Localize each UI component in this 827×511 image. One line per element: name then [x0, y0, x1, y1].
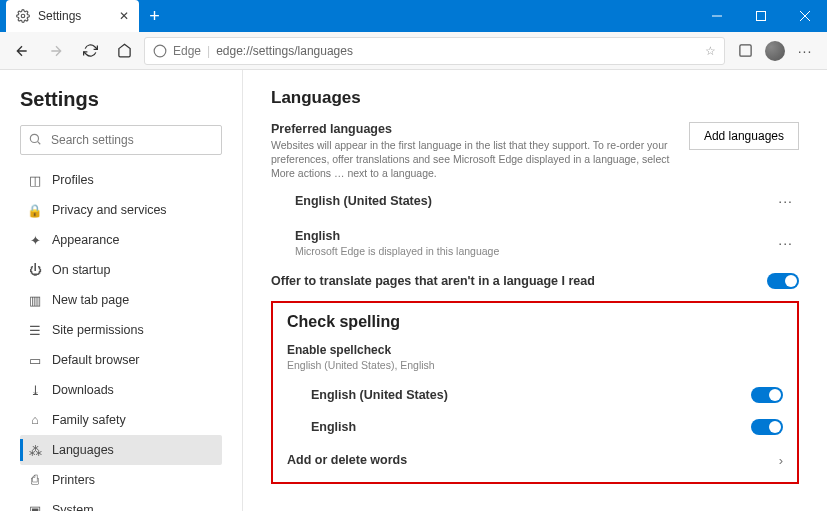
spellcheck-language-toggle[interactable]	[751, 387, 783, 403]
sidebar-item-label: Privacy and services	[52, 203, 167, 217]
search-input[interactable]	[20, 125, 222, 155]
sidebar-item-profiles[interactable]: ◫Profiles	[20, 165, 222, 195]
nav-icon: 🔒	[28, 203, 42, 218]
sidebar-item-languages[interactable]: ⁂Languages	[20, 435, 222, 465]
nav-icon: ⁂	[28, 443, 42, 458]
edge-icon	[153, 44, 167, 58]
sidebar-item-printers[interactable]: ⎙Printers	[20, 465, 222, 495]
address-bar[interactable]: Edge | edge://settings/languages ☆	[144, 37, 725, 65]
tab-close-button[interactable]: ✕	[119, 9, 129, 23]
preferred-languages-title: Preferred languages	[271, 122, 677, 136]
sidebar-item-privacy-and-services[interactable]: 🔒Privacy and services	[20, 195, 222, 225]
sidebar-item-label: Default browser	[52, 353, 140, 367]
forward-button[interactable]	[42, 37, 70, 65]
address-brand: Edge	[173, 44, 201, 58]
sidebar-item-label: New tab page	[52, 293, 129, 307]
language-row: EnglishMicrosoft Edge is displayed in th…	[271, 221, 799, 265]
nav-icon: ▣	[28, 503, 42, 512]
sidebar-item-downloads[interactable]: ⤓Downloads	[20, 375, 222, 405]
nav-icon: ☰	[28, 323, 42, 338]
nav-icon: ✦	[28, 233, 42, 248]
sidebar-item-label: On startup	[52, 263, 110, 277]
nav-icon: ⎙	[28, 473, 42, 487]
sidebar-item-system[interactable]: ▣System	[20, 495, 222, 511]
settings-title: Settings	[20, 88, 222, 111]
enable-spellcheck-note: English (United States), English	[287, 359, 783, 371]
nav-icon: ▭	[28, 353, 42, 368]
sidebar-item-label: Profiles	[52, 173, 94, 187]
page-heading: Languages	[271, 88, 799, 108]
refresh-button[interactable]	[76, 37, 104, 65]
back-button[interactable]	[8, 37, 36, 65]
address-url: edge://settings/languages	[216, 44, 353, 58]
nav-icon: ⤓	[28, 383, 42, 398]
language-name: English	[295, 229, 499, 243]
extensions-button[interactable]	[731, 37, 759, 65]
spellcheck-language-name: English (United States)	[311, 388, 448, 402]
browser-toolbar: Edge | edge://settings/languages ☆ ···	[0, 32, 827, 70]
settings-main: Languages Preferred languages Websites w…	[243, 70, 827, 511]
enable-spellcheck-label: Enable spellcheck	[287, 343, 783, 357]
settings-sidebar: Settings ◫Profiles🔒Privacy and services✦…	[0, 70, 243, 511]
maximize-button[interactable]	[739, 0, 783, 32]
settings-nav: ◫Profiles🔒Privacy and services✦Appearanc…	[20, 165, 222, 511]
language-note: Microsoft Edge is displayed in this lang…	[295, 245, 499, 257]
svg-point-7	[30, 134, 38, 142]
search-icon	[28, 132, 42, 146]
browser-tab[interactable]: Settings ✕	[6, 0, 139, 32]
window-controls	[695, 0, 827, 32]
menu-button[interactable]: ···	[791, 37, 819, 65]
check-spelling-heading: Check spelling	[287, 313, 783, 331]
sidebar-item-label: Family safety	[52, 413, 126, 427]
sidebar-item-new-tab-page[interactable]: ▥New tab page	[20, 285, 222, 315]
home-button[interactable]	[110, 37, 138, 65]
sidebar-item-label: Downloads	[52, 383, 114, 397]
sidebar-item-site-permissions[interactable]: ☰Site permissions	[20, 315, 222, 345]
language-more-button[interactable]: ···	[772, 189, 799, 213]
sidebar-item-label: Languages	[52, 443, 114, 457]
sidebar-item-label: System	[52, 503, 94, 511]
svg-rect-6	[739, 45, 750, 56]
spellcheck-language-name: English	[311, 420, 356, 434]
svg-line-8	[38, 142, 41, 145]
nav-icon: ▥	[28, 293, 42, 308]
close-window-button[interactable]	[783, 0, 827, 32]
svg-rect-2	[757, 12, 766, 21]
check-spelling-section: Check spelling Enable spellcheck English…	[271, 301, 799, 484]
nav-icon: ◫	[28, 173, 42, 188]
titlebar: Settings ✕ +	[0, 0, 827, 32]
translate-toggle[interactable]	[767, 273, 799, 289]
sidebar-item-label: Site permissions	[52, 323, 144, 337]
gear-icon	[16, 9, 30, 23]
new-tab-button[interactable]: +	[149, 6, 160, 27]
svg-point-0	[21, 14, 25, 18]
nav-icon: ⏻	[28, 263, 42, 277]
svg-point-5	[154, 45, 166, 57]
add-delete-words-label: Add or delete words	[287, 453, 407, 467]
sidebar-item-label: Printers	[52, 473, 95, 487]
sidebar-item-on-startup[interactable]: ⏻On startup	[20, 255, 222, 285]
nav-icon: ⌂	[28, 413, 42, 427]
chevron-right-icon: ›	[779, 453, 783, 468]
add-delete-words-row[interactable]: Add or delete words ›	[287, 443, 783, 472]
spellcheck-language-toggle[interactable]	[751, 419, 783, 435]
translate-toggle-label: Offer to translate pages that aren't in …	[271, 274, 595, 288]
sidebar-item-label: Appearance	[52, 233, 119, 247]
language-row: English (United States)···	[271, 181, 799, 221]
language-name: English (United States)	[295, 194, 432, 208]
search-settings-field	[20, 125, 222, 155]
language-more-button[interactable]: ···	[772, 231, 799, 255]
sidebar-item-default-browser[interactable]: ▭Default browser	[20, 345, 222, 375]
sidebar-item-appearance[interactable]: ✦Appearance	[20, 225, 222, 255]
spellcheck-language-row: English (United States)	[287, 379, 783, 411]
minimize-button[interactable]	[695, 0, 739, 32]
preferred-languages-desc: Websites will appear in the first langua…	[271, 138, 677, 181]
tab-title: Settings	[38, 9, 81, 23]
spellcheck-language-row: English	[287, 411, 783, 443]
profile-avatar[interactable]	[765, 41, 785, 61]
sidebar-item-family-safety[interactable]: ⌂Family safety	[20, 405, 222, 435]
favorite-icon[interactable]: ☆	[705, 44, 716, 58]
add-languages-button[interactable]: Add languages	[689, 122, 799, 150]
